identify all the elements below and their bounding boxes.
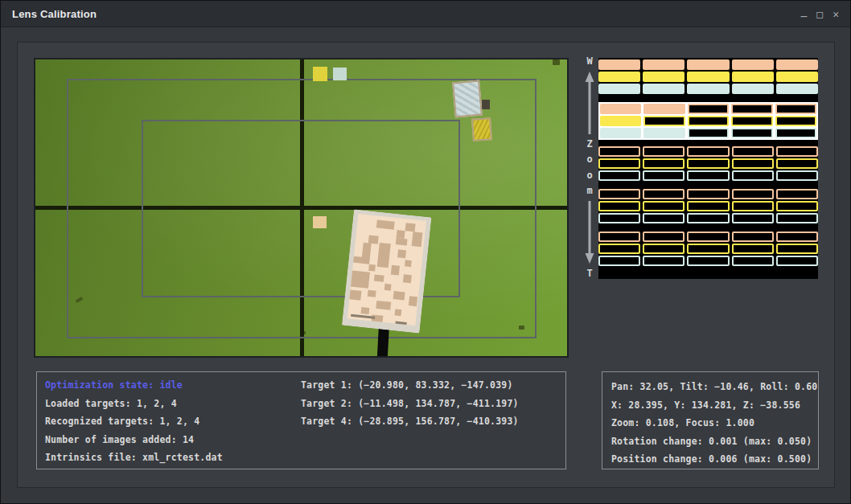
status-panel: Optimization state: idle Loaded targets:… <box>36 371 566 469</box>
zoom-grid-cell <box>776 232 818 242</box>
rotation-change-line: Rotation change: 0.001 (max: 0.050) <box>611 432 817 451</box>
zoom-grid-row <box>598 59 818 70</box>
zoom-rail: W Z o o m T <box>582 56 597 279</box>
zoom-grid-cell <box>732 232 774 242</box>
arrow-up-icon <box>585 72 594 134</box>
zoom-grid-cell <box>643 189 684 199</box>
zoom-grid-cell <box>687 256 729 266</box>
zoom-grid-cell <box>687 84 729 94</box>
zoom-grid-cell <box>776 256 818 266</box>
zoom-grid-cell <box>687 244 729 254</box>
target-board-yellow <box>471 117 492 141</box>
maximize-button[interactable]: □ <box>816 9 823 19</box>
zoom-grid-row <box>598 170 818 181</box>
zoom-grid-cell <box>775 116 816 126</box>
zoom-grid-cell <box>732 84 774 94</box>
camera-state-panel: Pan: 32.05, Tilt: −10.46, Roll: 0.60 X: … <box>602 371 819 469</box>
zoom-grid-cell <box>598 232 640 242</box>
zoom-grid-cell <box>732 170 774 181</box>
target-4-coordinates: Target 4: (−28.895, 156.787, −410.393) <box>301 412 519 431</box>
window-title: Lens Calibration <box>1 8 97 20</box>
zoom-grid-cell <box>598 244 640 254</box>
zoom-label-letter: m <box>586 186 592 196</box>
zoom-grid-cell <box>687 232 729 242</box>
marker-yellow <box>313 67 327 81</box>
zoom-grid-cell <box>687 213 729 223</box>
zoom-grid-cell <box>732 59 774 70</box>
zoom-grid-cell <box>731 104 772 114</box>
zoom-grid-cell <box>598 158 640 169</box>
zoom-grid-cell <box>643 104 684 114</box>
zoom-grid-cell <box>643 201 684 211</box>
zoom-grid-cell <box>598 256 640 266</box>
zoom-grid-cell <box>598 170 640 181</box>
zoom-grid-cell <box>732 201 774 211</box>
zoom-grid-cell <box>776 201 818 211</box>
camera-state-column: Pan: 32.05, Tilt: −10.46, Roll: 0.60 X: … <box>611 378 817 469</box>
tele-label: T <box>586 268 592 279</box>
zoom-grid-cell <box>598 146 640 157</box>
zoom-grid-cell <box>776 189 818 199</box>
zoom-grid-cell <box>732 189 774 199</box>
status-line-intrinsics-file: Intrinsics file: xml_rctest.dat <box>45 449 223 467</box>
zoom-grid-cell <box>643 84 684 94</box>
zoom-grid-cell <box>732 244 774 254</box>
zoom-grid-cell <box>600 116 641 126</box>
zoom-grid-group <box>598 189 818 223</box>
wide-label: W <box>586 56 592 67</box>
zoom-grid-row <box>600 104 816 114</box>
status-line-recognized-targets: Recognized targets: 1, 2, 4 <box>45 412 223 431</box>
zoom-grid-row <box>598 158 818 169</box>
zoom-grid-row <box>600 116 816 126</box>
zoom-grid-cell <box>687 146 729 157</box>
zoom-grid-cell <box>643 244 684 254</box>
title-bar[interactable]: Lens Calibration _ □ ✕ <box>1 1 850 27</box>
zoom-grid-cell <box>776 244 818 254</box>
zoom-grid-cell <box>598 201 640 211</box>
zoom-grid-cell <box>776 170 818 181</box>
zoom-label-letter: o <box>586 154 592 165</box>
zoom-coverage-grid <box>598 58 818 279</box>
target-1-coordinates: Target 1: (−20.980, 83.332, −147.039) <box>301 376 519 395</box>
zoom-grid-cell <box>643 158 684 169</box>
camera-view[interactable] <box>34 58 569 358</box>
zoom-label-letter: Z <box>586 139 592 150</box>
lens-calibration-window: Lens Calibration _ □ ✕ <box>0 0 851 504</box>
zoom-grid-row <box>598 72 818 82</box>
zoom-grid-cell <box>687 158 729 169</box>
zoom-grid-cell <box>600 104 641 114</box>
zoom-grid-cell <box>732 213 774 223</box>
zoom-grid-row <box>598 213 818 223</box>
status-line-images-added: Number of images added: 14 <box>45 431 223 449</box>
marker-cyan <box>333 68 347 80</box>
zoom-grid-row <box>598 232 818 242</box>
zoom-grid-cell <box>598 213 640 223</box>
minimize-button[interactable]: _ <box>801 6 808 16</box>
zoom-grid-cell <box>687 72 729 82</box>
debris-speck <box>553 59 560 65</box>
zoom-grid-cell <box>643 232 684 242</box>
target-mount <box>482 100 490 109</box>
zoom-grid-cell <box>731 116 772 126</box>
zoom-label-letter: o <box>586 170 592 181</box>
zoom-grid-cell <box>776 213 818 223</box>
zoom-grid-cell <box>643 213 684 223</box>
zoom-grid-row <box>598 146 818 157</box>
close-button[interactable]: ✕ <box>832 9 839 19</box>
arrow-down-icon <box>585 201 594 264</box>
zoom-grid-cell <box>775 104 816 114</box>
zoom-grid-cell <box>688 116 729 126</box>
zoom-grid-cell <box>776 84 818 94</box>
window-controls: _ □ ✕ <box>801 1 839 27</box>
zoom-grid-cell <box>643 59 684 70</box>
zoom-grid-cell <box>598 72 640 82</box>
zoom-grid-cell <box>732 158 774 169</box>
zoom-grid-cell <box>732 256 774 266</box>
xyz-line: X: 28.395, Y: 134.281, Z: −38.556 <box>611 396 817 415</box>
status-line-optimization: Optimization state: idle <box>45 376 223 395</box>
zoom-grid-row <box>598 201 818 211</box>
zoom-grid-group <box>598 146 818 181</box>
zoom-grid-row <box>598 244 818 254</box>
targets-column: Target 1: (−20.980, 83.332, −147.039) Ta… <box>301 376 519 431</box>
zoom-grid-cell <box>598 189 640 199</box>
